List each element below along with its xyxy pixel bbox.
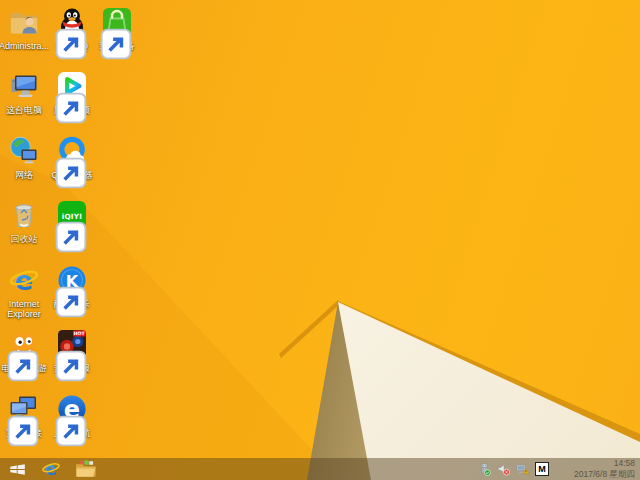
taskbar-left: e bbox=[0, 458, 102, 480]
svg-text:iQIYI: iQIYI bbox=[62, 212, 83, 221]
usb-safely-remove-icon[interactable] bbox=[478, 463, 491, 476]
user-folder-icon bbox=[8, 6, 40, 38]
desktop-icon-iqiyi[interactable]: iQIYI爱奇艺 bbox=[40, 199, 104, 244]
desktop-icon-grid: Administra...腾讯QQ装机必备这台电脑腾讯视频网络QQ浏览器回收站i… bbox=[0, 0, 640, 480]
network-warning-icon[interactable] bbox=[516, 463, 529, 476]
hot-game-icon: HOT bbox=[56, 328, 88, 360]
windows-flag-icon bbox=[9, 462, 26, 477]
shortcut-arrow-icon bbox=[7, 415, 18, 426]
shopping-bag-icon bbox=[101, 6, 133, 38]
shortcut-arrow-icon bbox=[55, 92, 66, 103]
iqiyi-icon: iQIYI bbox=[56, 199, 88, 231]
desktop-icon-nav-e[interactable]: e上网导航 bbox=[40, 393, 104, 438]
start-button[interactable] bbox=[0, 458, 34, 480]
monster-icon bbox=[8, 328, 40, 360]
broadband-icon bbox=[8, 393, 40, 425]
recycle-bin-icon bbox=[8, 199, 40, 231]
taskbar: e M 14:58 2017/6/8 星期四 bbox=[0, 458, 640, 480]
this-pc-icon bbox=[8, 70, 40, 102]
system-tray: M 14:58 2017/6/8 星期四 bbox=[478, 458, 640, 479]
desktop-icon-shopping-bag[interactable]: 装机必备 bbox=[85, 6, 149, 51]
shortcut-arrow-icon bbox=[55, 28, 66, 39]
clock-time: 14:58 bbox=[555, 458, 635, 469]
tencent-video-icon bbox=[56, 70, 88, 102]
network-globe-icon bbox=[8, 135, 40, 167]
windows-desktop: Administra...腾讯QQ装机必备这台电脑腾讯视频网络QQ浏览器回收站i… bbox=[0, 0, 640, 480]
shortcut-arrow-icon bbox=[7, 350, 18, 361]
volume-muted-icon[interactable] bbox=[497, 463, 510, 476]
internet-explorer-icon: e bbox=[41, 459, 61, 479]
desktop-icon-hot-game[interactable]: HOT热血私服 bbox=[40, 328, 104, 373]
shortcut-arrow-icon bbox=[55, 221, 66, 232]
qq-browser-icon bbox=[56, 135, 88, 167]
taskbar-explorer-button[interactable] bbox=[68, 458, 102, 480]
qq-penguin-icon bbox=[56, 6, 88, 38]
taskbar-ie-button[interactable]: e bbox=[34, 458, 68, 480]
shortcut-arrow-icon bbox=[55, 415, 66, 426]
kugou-icon: K bbox=[56, 264, 88, 296]
svg-text:HOT: HOT bbox=[74, 331, 86, 336]
shortcut-arrow-icon bbox=[55, 350, 66, 361]
file-explorer-icon bbox=[75, 460, 96, 478]
desktop-icon-qq-browser[interactable]: QQ浏览器 bbox=[40, 135, 104, 180]
input-method-indicator[interactable]: M bbox=[535, 462, 549, 476]
clock-date: 2017/6/8 星期四 bbox=[555, 469, 635, 480]
taskbar-clock[interactable]: 14:58 2017/6/8 星期四 bbox=[555, 458, 635, 479]
shortcut-arrow-icon bbox=[100, 28, 111, 39]
shortcut-arrow-icon bbox=[55, 286, 66, 297]
nav-e-icon: e bbox=[56, 393, 88, 425]
desktop-icon-kugou[interactable]: K酷狗音乐 bbox=[40, 264, 104, 309]
ie-icon: e bbox=[8, 264, 40, 296]
shortcut-arrow-icon bbox=[55, 157, 66, 168]
desktop-icon-tencent-video[interactable]: 腾讯视频 bbox=[40, 70, 104, 115]
